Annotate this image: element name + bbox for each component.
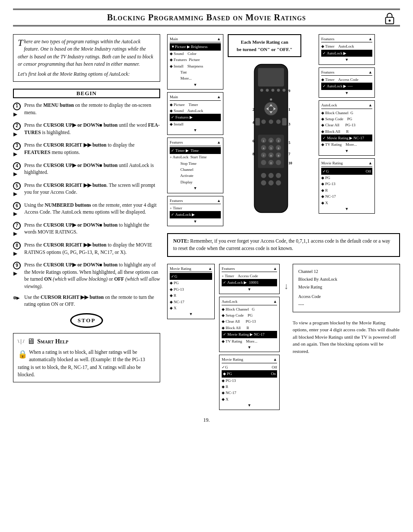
main-menu-2-title: Main▲ xyxy=(170,94,221,100)
main-menu-1-scroll: ▼ xyxy=(170,82,221,88)
fa-autolock: ✓ AutoLock ▶ ---- xyxy=(321,83,372,90)
autolock-access-menu: Features▲ ◆ Timer AutoLock ✓ AutoLock ▶ … xyxy=(319,34,375,65)
main-menu-1-tint: Tint xyxy=(170,69,221,75)
svg-point-4 xyxy=(260,89,263,92)
svg-point-15 xyxy=(268,106,274,111)
bmo-pg: ◆ PGOn xyxy=(222,370,277,377)
step-6: 6▶ Using the NUMBERED buttons on the rem… xyxy=(13,202,160,218)
mro-title: AutoLock▲ xyxy=(321,102,372,109)
step-arrow-8: ▶ xyxy=(13,250,17,257)
begin-wrap: BEGIN xyxy=(13,86,160,102)
svg-text:10: 10 xyxy=(288,161,292,165)
bottom-movie-left: Movie Rating▲ ✓G ◆ PG ◆ PG-13 ◆ R ◆ NC-1… xyxy=(167,264,215,319)
bmo-x: ◆ X xyxy=(222,396,277,402)
svg-point-39 xyxy=(276,180,281,186)
svg-text:8: 8 xyxy=(271,154,272,157)
svg-text:3: 3 xyxy=(278,140,279,142)
right-top: Main▲ ▼Picture ▶ Brightness ◆ Sound Colo… xyxy=(167,34,400,226)
step-text-9: Press the CURSOR UP▶ or DOWN■ button to … xyxy=(24,261,160,290)
mm2-sound: ◆ Sound AutoLock xyxy=(170,108,221,114)
al-access-title: Features▲ xyxy=(321,36,372,42)
step-arrow-2: ▶ xyxy=(13,131,17,138)
step-9: 9▶ Press the CURSOR UP▶ or DOWN■ button … xyxy=(13,261,160,290)
intro-box: T here are two types of program ratings … xyxy=(13,34,160,82)
step-text-4: Press the CURSOR UP▶ or DOWN■ button unt… xyxy=(24,162,160,176)
mro-block-all: ◆ Block All R xyxy=(321,128,372,135)
monitor-icon: 🖥 xyxy=(27,337,35,346)
step-5: 5▶ Press the CURSOR RIGHT ▶▶ button. The… xyxy=(13,182,160,198)
svg-text:7: 7 xyxy=(263,154,264,157)
left-column: T here are two types of program ratings … xyxy=(13,34,160,410)
mrl-nc17: ◆ NC-17 xyxy=(321,193,372,199)
bf-autolock: ✓ AutoLock ▶ 10001 xyxy=(222,279,277,286)
mrl-x: ◆ X xyxy=(321,200,372,206)
step-arrow-1: ▶ xyxy=(13,111,17,118)
svg-text:2: 2 xyxy=(252,107,254,112)
svg-point-20 xyxy=(276,119,281,124)
note-box: NOTE: Remember, if you ever forget your … xyxy=(167,233,400,257)
svg-text:4: 4 xyxy=(252,120,255,125)
bottom-right-text: To view a program blocked by the Movie R… xyxy=(293,317,400,358)
feat-stoptime: Stop Time xyxy=(170,160,221,167)
mro-setup: ◆ Setup Code PG xyxy=(321,116,372,122)
step-10: ⑩▶ Use the CURSOR RIGHT ▶▶ button on the… xyxy=(13,294,160,308)
bml-nc17: ◆ NC-17 xyxy=(170,299,212,305)
step-text-3: Press the CURSOR RIGHT ▶▶ button to disp… xyxy=(24,141,160,156)
mm2-picture: ◆ Picture Timer xyxy=(170,102,221,108)
svg-text:1: 1 xyxy=(288,107,290,112)
features-menu-title: Features▲ xyxy=(170,139,221,146)
movie-rating-opts: AutoLock▲ ◆ Block Channel G ◆ Setup Code… xyxy=(319,100,375,156)
mrl-pg: ◆ PG xyxy=(321,175,372,181)
bf-timer: + Timer Access Code xyxy=(222,273,277,279)
ala-autolock: ✓ AutoLock ▶ xyxy=(321,50,372,57)
movie-rating-list: Movie Rating▲ ✓GOff ◆ PG ◆ PG-13 ◆ R ◆ N… xyxy=(319,158,375,214)
step-arrow-3: ▶ xyxy=(13,151,17,158)
main-menu-1-features: ◆ Features Picture xyxy=(170,57,221,63)
svg-text:1: 1 xyxy=(263,140,264,142)
ala-scroll: ▼ xyxy=(321,57,372,63)
svg-text:9: 9 xyxy=(288,89,290,93)
page-number: 19. xyxy=(13,417,400,423)
main-menu-1-sound: ◆ Sound Color xyxy=(170,51,221,57)
svg-text:7: 7 xyxy=(288,152,290,156)
autolock-menu: Features▲ + Timer ✓ AutoLock ▶ ▼ xyxy=(167,196,223,227)
ba-movie: ✓ Movie Rating ▶ NC-17 xyxy=(222,331,277,338)
bmo-nc17: ◆ NC-17 xyxy=(222,390,277,396)
mro-movie: ✓ Movie Rating ▶ NC-17 xyxy=(321,135,372,141)
bmo-title: Movie Rating▲ xyxy=(222,356,277,363)
cb-line5: ---- xyxy=(298,301,394,308)
svg-text:9: 9 xyxy=(278,154,279,157)
step-text-6: Using the NUMBERED buttons on the remote… xyxy=(24,202,160,216)
svg-text:4: 4 xyxy=(263,147,264,150)
svg-rect-17 xyxy=(282,118,287,125)
bml-title: Movie Rating▲ xyxy=(170,266,212,272)
svg-rect-3 xyxy=(258,68,284,87)
al-timer: + Timer xyxy=(170,205,221,211)
page-header: Blocking Programming Based on Movie Rati… xyxy=(13,9,400,26)
step-text-8: Press the CURSOR RIGHT ▶▶ button to disp… xyxy=(24,241,160,256)
fa-scroll: ▼ xyxy=(321,90,372,96)
svg-rect-16 xyxy=(255,118,260,125)
step-arrow-7: ▶ xyxy=(13,231,17,237)
step-num-3: 3 xyxy=(13,142,21,150)
svg-point-8 xyxy=(283,89,286,92)
fa-title: Features▲ xyxy=(321,69,372,76)
step-num-4: 4 xyxy=(13,162,21,170)
bml-pg: ◆ PG xyxy=(170,280,212,286)
bmo-r: ◆ R xyxy=(222,384,277,390)
step-1: 1▶ Press the MENU button on the remote t… xyxy=(13,102,160,118)
note-label: NOTE: xyxy=(173,238,189,244)
step-num-6: 6 xyxy=(13,202,21,210)
mrl-g: ✓GOff xyxy=(321,168,372,175)
menu-screenshots-left: Main▲ ▼Picture ▶ Brightness ◆ Sound Colo… xyxy=(167,34,223,226)
note-text: Remember, if you ever forget your Access… xyxy=(173,238,390,251)
autolock-menu-title: Features▲ xyxy=(170,198,221,204)
callout-line2: be turned "ON" or "OFF." xyxy=(237,47,293,52)
bottom-movie-onoff: Movie Rating▲ ✓GOff ◆ PGOn ◆ PG-13 ◆ R ◆… xyxy=(219,355,280,410)
cb-line3: Movie Rating xyxy=(298,283,394,291)
right-column: Main▲ ▼Picture ▶ Brightness ◆ Sound Colo… xyxy=(167,34,400,410)
ba-title: AutoLock▲ xyxy=(222,298,277,305)
smart-help-box: \ | / 🖥 Smart Help 🔒 When a rating is se… xyxy=(13,333,160,382)
begin-label: BEGIN xyxy=(13,89,160,98)
svg-text:8: 8 xyxy=(252,152,254,156)
